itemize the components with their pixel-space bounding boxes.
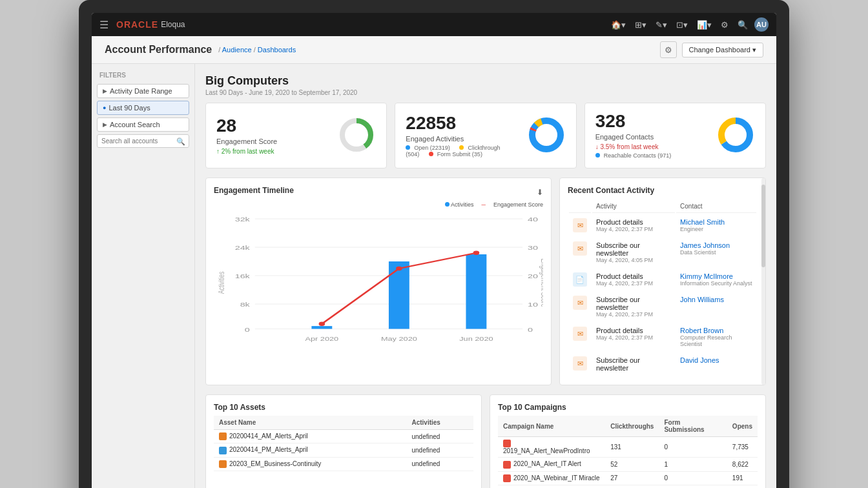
kpi-activities-donut (527, 116, 566, 156)
activity-row: ✉ Subscribe our newsletter May 4, 2020, … (569, 292, 756, 321)
campaign-name: 2020_NA_Alert_IT Alert (498, 458, 605, 471)
campaign-clickthroughs: 52 (605, 458, 659, 471)
grid-icon[interactable]: ⊞▾ (632, 19, 649, 31)
campaign-opens: 191 (727, 471, 758, 485)
campaigns-col-opens: Opens (727, 416, 758, 437)
kpi-activities-number: 22858 (406, 114, 516, 132)
activity-type-icon: ✉ (569, 292, 591, 321)
brand: ORACLE Eloqua (116, 19, 185, 30)
svg-point-30 (319, 322, 326, 327)
activity-contact: Michael Smith Engineer (676, 214, 756, 236)
svg-rect-24 (311, 326, 332, 329)
svg-text:10: 10 (528, 301, 538, 309)
kpi-activities-label: Engaged Activities (406, 135, 516, 143)
breadcrumb-path: / Audience / Dashboards (218, 46, 296, 54)
sidebar-filter-account-search[interactable]: ▶ Account Search (97, 117, 189, 132)
search-icon[interactable]: 🔍 (735, 19, 750, 31)
asset-name: 20200414_PM_Alerts_April (214, 443, 406, 457)
svg-text:40: 40 (528, 216, 538, 223)
activity-contact: David Jones (676, 352, 756, 376)
activity-details: Subscribe our newsletter May 4, 2020, 2:… (592, 292, 675, 321)
kpi-activities-legend-form: Form Submit (35) (437, 151, 482, 158)
asset-row: 20200414_AM_Alerts_April undefined (214, 430, 473, 443)
activity-details: Subscribe our newsletter (592, 352, 675, 376)
campaign-name: 2019_NA_Alert_NewProdIntro (498, 437, 605, 458)
account-subtitle: Last 90 Days - June 19, 2020 to Septembe… (205, 89, 766, 96)
kpi-contacts-legend: Reachable Contacts (971) (595, 152, 706, 159)
activity-details: Product details May 4, 2020, 2:37 PM (592, 323, 675, 351)
svg-text:May 2020: May 2020 (381, 336, 417, 342)
change-dashboard-button[interactable]: Change Dashboard ▾ (682, 43, 763, 57)
activity-type-icon: ✉ (569, 238, 591, 267)
home-icon[interactable]: 🏠▾ (608, 19, 628, 31)
oracle-logo: ORACLE (116, 19, 158, 30)
activity-details: Subscribe our newsletter May 4, 2020, 4:… (592, 238, 675, 267)
gear-icon[interactable]: ⚙ (718, 19, 731, 31)
edit-icon[interactable]: ✎▾ (653, 19, 670, 31)
settings-button[interactable]: ⚙ (660, 41, 677, 58)
svg-text:8k: 8k (240, 301, 251, 309)
chart-legend: Activities ─ Engagement Score (214, 201, 543, 208)
sidebar-filters-label: Filters (97, 72, 189, 79)
campaign-row: 2020_NA_Webinar_IT Miracle 27 0 191 (498, 471, 758, 485)
svg-point-32 (473, 251, 480, 256)
search-input[interactable] (97, 134, 189, 148)
user-avatar[interactable]: AU (754, 17, 769, 32)
activity-contact: Robert Brown Computer Research Scientist (676, 323, 756, 351)
hamburger-icon[interactable]: ☰ (99, 19, 108, 31)
activity-type-icon: 📄 (569, 269, 591, 290)
activity-col-icon (569, 200, 591, 213)
svg-text:Apr 2020: Apr 2020 (305, 336, 339, 342)
settings-icon[interactable]: ⊡▾ (674, 19, 690, 31)
account-name: Big Computers (205, 74, 766, 88)
kpi-row: 28 Engagement Score ↑ 2% from last week (205, 103, 766, 168)
asset-name: 20200414_AM_Alerts_April (214, 430, 406, 443)
activity-details: Product details May 4, 2020, 2:37 PM (592, 214, 675, 236)
svg-point-8 (726, 125, 745, 145)
top-campaigns-title: Top 10 Campaigns (498, 403, 758, 412)
campaign-row: 2020_NA_Alert_IT Alert 52 1 8,622 (498, 458, 758, 471)
breadcrumb-audience[interactable]: Audience (222, 46, 252, 54)
asset-row: 20203_EM_Business-Continuity undefined (214, 457, 473, 471)
activity-col-contact: Contact (676, 200, 756, 213)
scrollbar[interactable] (761, 178, 765, 385)
activity-table: Activity Contact ✉ Product details May 4… (568, 199, 758, 377)
sidebar-filter-last90[interactable]: ● Last 90 Days (97, 101, 189, 115)
breadcrumb-actions: ⚙ Change Dashboard ▾ (660, 41, 763, 58)
activity-contact: James Johnson Data Scientist (676, 238, 756, 267)
svg-text:16k: 16k (235, 273, 251, 280)
kpi-contacts-trend: ↓ 3.5% from last week (595, 143, 706, 150)
activity-row: 📄 Product details May 4, 2020, 2:37 PM K… (569, 269, 756, 290)
campaign-clickthroughs: 131 (605, 437, 659, 458)
sidebar-filter-activity-date[interactable]: ▶ Activity Date Range (97, 84, 189, 98)
activity-type-icon: ✉ (569, 323, 591, 351)
chart-icon[interactable]: 📊▾ (694, 19, 714, 31)
kpi-contacts-legend-reachable: Reachable Contacts (971) (604, 152, 672, 159)
account-header: Big Computers Last 90 Days - June 19, 20… (205, 74, 766, 96)
campaign-clickthroughs: 27 (605, 471, 659, 485)
kpi-engaged-contacts: 328 Engaged Contacts ↓ 3.5% from last we… (584, 103, 766, 168)
top-campaigns-panel: Top 10 Campaigns Campaign Name Clickthro… (490, 394, 766, 488)
campaign-form-submissions: 1 (659, 458, 727, 471)
topnav-icons: 🏠▾ ⊞▾ ✎▾ ⊡▾ 📊▾ ⚙ 🔍 AU (608, 17, 769, 32)
activity-row: ✉ Subscribe our newsletter David Jones (569, 352, 756, 376)
kpi-engagement-score: 28 Engagement Score ↑ 2% from last week (205, 103, 387, 168)
kpi-activities-legend: Open (22319) Clickthrough (504) Form Sub… (406, 145, 516, 158)
svg-text:20: 20 (528, 273, 538, 280)
campaign-opens: 8,622 (727, 458, 758, 471)
top-assets-table: Asset Name Activities 20200414_AM_Alerts… (214, 416, 473, 471)
assets-col-activities: Activities (406, 416, 473, 430)
sidebar-filter-account-search-label: Account Search (110, 121, 160, 128)
svg-text:0: 0 (245, 326, 250, 333)
campaign-form-submissions: 0 (659, 471, 727, 485)
campaign-form-submissions: 0 (659, 437, 727, 458)
svg-text:Activities: Activities (216, 271, 225, 294)
legend-activities: Activities (451, 201, 474, 208)
activity-row: ✉ Subscribe our newsletter May 4, 2020, … (569, 238, 756, 267)
activity-row: ✉ Product details May 4, 2020, 2:37 PM R… (569, 323, 756, 351)
download-icon[interactable]: ⬇ (537, 188, 543, 197)
kpi-score-number: 28 (216, 117, 327, 135)
campaign-row: 2019_NA_Alert_NewProdIntro 131 0 7,735 (498, 437, 758, 458)
bottom-row: Top 10 Assets Asset Name Activities 2020… (205, 394, 766, 488)
breadcrumb-dashboards[interactable]: Dashboards (258, 46, 296, 54)
